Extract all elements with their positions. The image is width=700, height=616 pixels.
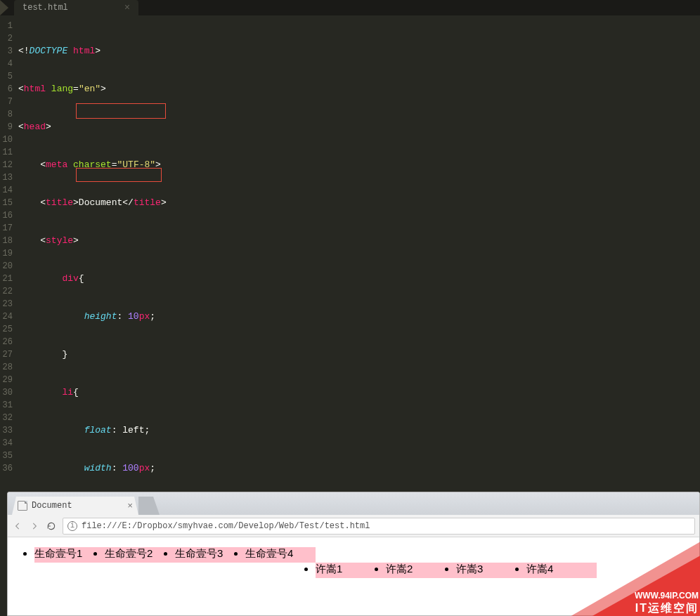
line-number: 36: [0, 462, 13, 475]
browser-window: Document × i file:///E:/Dropbox/smyhvae.…: [7, 492, 700, 616]
line-number: 6: [0, 83, 13, 96]
line-number: 15: [0, 197, 13, 209]
code-line[interactable]: width: 100px;: [18, 462, 700, 475]
page-list-row-1: 生命壹号1 生命壹号2 生命壹号3 生命壹号4: [20, 547, 687, 563]
annotation-box-1: [76, 103, 166, 119]
code-line[interactable]: <title>Document</title>: [18, 197, 700, 209]
line-number: 8: [0, 108, 13, 121]
line-number: 2: [0, 32, 13, 45]
line-number: 16: [0, 209, 13, 222]
back-icon[interactable]: [12, 520, 23, 532]
editor-tab-bar: test.html ×: [0, 0, 700, 15]
code-line[interactable]: }: [18, 348, 700, 361]
info-icon[interactable]: i: [67, 521, 77, 531]
url-text: file:///E:/Dropbox/smyhvae.com/Develop/W…: [82, 521, 370, 531]
line-number: 27: [0, 348, 13, 361]
list-item: 许嵩4: [526, 563, 597, 578]
line-number: 4: [0, 58, 13, 70]
line-number: 14: [0, 184, 13, 197]
editor-tab-filename: test.html: [22, 3, 68, 13]
page-icon: [18, 501, 27, 511]
line-number: 5: [0, 70, 13, 83]
line-number-gutter: 1 2 3 4 5 6 7 8 9 10 11 12 13 14 15 16 1…: [0, 15, 15, 478]
browser-tab-strip: Document ×: [8, 492, 699, 515]
code-line[interactable]: <html lang="en">: [18, 83, 700, 96]
line-number: 28: [0, 361, 13, 374]
line-number: 20: [0, 260, 13, 273]
line-number: 32: [0, 412, 13, 424]
line-number: 35: [0, 450, 13, 462]
line-number: 22: [0, 285, 13, 298]
code-line[interactable]: <style>: [18, 235, 700, 247]
browser-toolbar: i file:///E:/Dropbox/smyhvae.com/Develop…: [8, 515, 699, 537]
line-number: 7: [0, 96, 13, 108]
line-number: 11: [0, 146, 13, 159]
line-number: 1: [0, 20, 13, 32]
line-number: 12: [0, 159, 13, 171]
new-tab-shadow: [138, 497, 160, 515]
code-line[interactable]: <head>: [18, 121, 700, 133]
line-number: 3: [0, 45, 13, 58]
line-number: 13: [0, 171, 13, 184]
browser-tab-title: Document: [32, 501, 72, 511]
reload-icon[interactable]: [46, 520, 57, 532]
line-number: 17: [0, 222, 13, 235]
address-bar[interactable]: i file:///E:/Dropbox/smyhvae.com/Develop…: [63, 518, 695, 535]
editor-tab[interactable]: test.html ×: [14, 0, 138, 15]
browser-tab[interactable]: Document ×: [12, 497, 138, 515]
code-line[interactable]: <meta charset="UTF-8">: [18, 159, 700, 171]
line-number: 23: [0, 298, 13, 310]
editor-area: 1 2 3 4 5 6 7 8 9 10 11 12 13 14 15 16 1…: [0, 15, 700, 478]
line-number: 21: [0, 273, 13, 285]
code-line[interactable]: div{: [18, 273, 700, 285]
line-number: 29: [0, 374, 13, 386]
line-number: 26: [0, 336, 13, 348]
code-line[interactable]: height: 10px;: [18, 310, 700, 323]
forward-icon[interactable]: [29, 520, 40, 532]
code-content[interactable]: <!DOCTYPE html> <html lang="en"> <head> …: [15, 15, 700, 478]
code-line[interactable]: <!DOCTYPE html>: [18, 45, 700, 58]
close-icon[interactable]: ×: [124, 2, 130, 13]
page-body: 生命壹号1 生命壹号2 生命壹号3 生命壹号4 许嵩1 许嵩2 许嵩3 许嵩4: [8, 537, 699, 615]
code-line[interactable]: li{: [18, 386, 700, 399]
page-list-row-2: 许嵩1 许嵩2 许嵩3 许嵩4: [20, 563, 687, 578]
line-number: 31: [0, 399, 13, 412]
line-number: 24: [0, 310, 13, 323]
list-item: 生命壹号4: [245, 547, 316, 563]
code-line[interactable]: float: left;: [18, 424, 700, 437]
line-number: 30: [0, 386, 13, 399]
line-number: 10: [0, 133, 13, 146]
tab-triangle-decor: [0, 0, 14, 15]
line-number: 34: [0, 437, 13, 450]
line-number: 18: [0, 235, 13, 247]
line-number: 33: [0, 424, 13, 437]
line-number: 25: [0, 323, 13, 336]
line-number: 19: [0, 247, 13, 260]
line-number: 9: [0, 121, 13, 133]
close-icon[interactable]: ×: [127, 501, 133, 511]
